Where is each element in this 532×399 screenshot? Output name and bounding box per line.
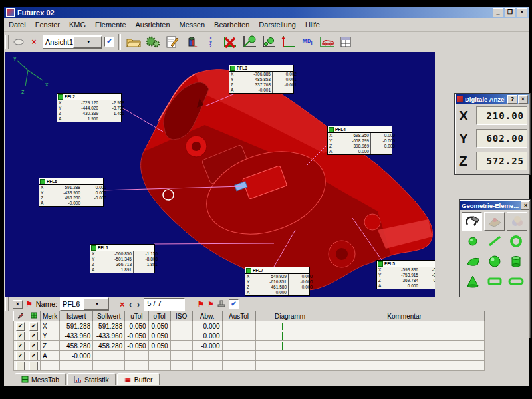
col-iso[interactable]: ISO	[170, 311, 192, 321]
col-merk[interactable]: Merk	[41, 311, 60, 321]
measure-label-pfl1[interactable]: PFL1 X-560.850-1.150 Y-501.345-8.808 Z36…	[90, 244, 155, 273]
3d-viewport[interactable]: y z x	[5, 52, 435, 297]
tab-messtab[interactable]: MessTab	[15, 373, 66, 385]
close-button[interactable]: ×	[517, 8, 527, 17]
menu-item[interactable]: Datei	[4, 19, 31, 30]
tab-statistik[interactable]: Statistik	[67, 373, 116, 385]
col-diagramm[interactable]: Diagramm	[255, 311, 325, 321]
view-checkbox[interactable]: ✔	[104, 37, 114, 47]
minimize-button[interactable]: _	[493, 8, 503, 17]
table-row[interactable]: ✔ ✔ Y -433.960 -433.960 -0.050 0.050 0.0…	[14, 331, 485, 341]
col-sollwert[interactable]: Sollwert	[93, 311, 125, 321]
cell-kommentar	[325, 331, 484, 341]
menu-item[interactable]: Ausrichten	[131, 19, 175, 30]
panel-close-button[interactable]: ×	[13, 300, 23, 309]
maximize-button[interactable]: ❐	[505, 8, 515, 17]
measure-label-pfl7[interactable]: PFL7 X-549.9290.000 Y-616.851-0.000 Z461…	[245, 267, 310, 296]
menu-item[interactable]: Fenster	[31, 19, 65, 30]
circle-icon[interactable]	[508, 235, 524, 251]
apply-checkbox[interactable]: ✔	[229, 299, 239, 309]
col-utol[interactable]: uTol	[125, 311, 148, 321]
element-select[interactable]: PFL6 ▼	[60, 297, 109, 311]
solid-elements-tool-button[interactable]	[507, 212, 527, 231]
row-checkbox[interactable]: ✔	[16, 342, 25, 350]
edit-report-icon[interactable]	[164, 33, 181, 51]
menu-item[interactable]: Hilfe	[301, 19, 325, 30]
row-checkbox[interactable]: ✔	[16, 352, 25, 360]
measure-label-pfl4[interactable]: PFL4 X-698.350-0.000 Y-658.799-0.000 Z39…	[327, 126, 392, 155]
close-icon[interactable]: ×	[518, 95, 528, 104]
previous-element-button[interactable]: ‹	[128, 299, 133, 309]
delete-view-icon[interactable]: ×	[27, 36, 41, 48]
alignment-axis-icon[interactable]	[279, 33, 297, 51]
measurement-table[interactable]: Merk Istwert Sollwert uTol oTol ISO Abw.…	[13, 311, 485, 371]
slot-icon[interactable]	[487, 275, 503, 291]
delete-alignment-icon[interactable]	[221, 33, 239, 51]
col-istwert[interactable]: Istwert	[60, 311, 93, 321]
cone-icon[interactable]	[466, 275, 481, 291]
sphere-icon[interactable]	[487, 255, 503, 271]
menu-item[interactable]: Elemente	[90, 19, 130, 30]
chevron-down-icon[interactable]: ▼	[73, 36, 102, 48]
col-abw[interactable]: Abw.	[192, 311, 222, 321]
machine-settings-icon[interactable]	[144, 33, 162, 51]
flag-icon[interactable]: ⚑	[25, 300, 33, 309]
col-otol[interactable]: oTol	[148, 311, 170, 321]
dro-title-bar[interactable]: Digitale Anzeige ? ×	[456, 94, 529, 104]
row-checkbox[interactable]: ✔	[16, 332, 25, 340]
table-row[interactable]: ✔ ✔ Z 458.280 458.280 -0.050 0.050 -0.00…	[14, 341, 485, 351]
plane-icon[interactable]	[466, 255, 481, 271]
menu-item[interactable]: KMG	[65, 19, 90, 30]
xyz-coordinates-icon[interactable]: xyz	[202, 33, 219, 51]
chevron-down-icon[interactable]: ▼	[84, 298, 108, 310]
row-checkbox[interactable]: ✔	[29, 322, 38, 331]
view-select[interactable]: Ansicht1 ▼	[43, 35, 102, 49]
mdi-mode-icon[interactable]: MDI	[299, 33, 316, 51]
measure-label-pfl2[interactable]: PFL2 X-729.120-2.928 Y-444.020-8.708 Z43…	[57, 93, 122, 122]
col-kommentar[interactable]: Kommentar	[325, 311, 484, 321]
row-checkbox[interactable]	[16, 362, 25, 370]
measure-column-icon[interactable]: +	[183, 33, 200, 51]
oblong-icon[interactable]	[508, 275, 524, 291]
micrometer-tool-button[interactable]	[462, 212, 482, 231]
toolbar-grip[interactable]	[5, 35, 9, 49]
calibration-tool-button[interactable]	[484, 212, 505, 231]
row-checkbox[interactable]: ✔	[16, 322, 25, 331]
measure-label-pfl3[interactable]: PFL3 X-706.8850.002 Y-485.8530.001 Z337.…	[229, 65, 294, 94]
table-row[interactable]: ✔ ✔ X -591.288 -591.288 -0.050 0.050 -0.…	[14, 321, 485, 331]
flag-small-icon[interactable]: ⚑	[207, 300, 214, 309]
cylinder-icon[interactable]	[508, 255, 524, 271]
panel-grip[interactable]	[5, 297, 9, 311]
stamp-icon[interactable]	[217, 299, 226, 309]
tab-buffer[interactable]: Buffer	[117, 373, 160, 385]
col-austol[interactable]: AusTol	[222, 311, 255, 321]
point-icon[interactable]	[466, 235, 481, 251]
digital-readout-window[interactable]: Digitale Anzeige ? × X210.00 Y602.00 Z57…	[454, 93, 531, 175]
measure-label-pfl5[interactable]: PFL5 X-593.836-0.000 Y-753.915-0.000 Z36…	[376, 260, 435, 289]
menu-item[interactable]: Darstellung	[254, 19, 301, 30]
table-row[interactable]: ✔ ✔ A -0.000	[14, 351, 485, 361]
menu-item[interactable]: Messen	[175, 19, 210, 30]
cell-sollwert: 458.280	[93, 341, 125, 351]
row-checkbox[interactable]	[29, 362, 38, 370]
menu-item[interactable]: Bearbeiten	[209, 19, 254, 30]
delete-element-icon[interactable]: ×	[120, 299, 125, 309]
open-folder-icon[interactable]	[125, 33, 142, 51]
row-checkbox[interactable]: ✔	[29, 352, 38, 360]
row-checkbox[interactable]: ✔	[29, 332, 38, 340]
line-icon[interactable]	[487, 235, 503, 251]
row-checkbox[interactable]: ✔	[29, 342, 38, 350]
alignment-plane-icon[interactable]	[241, 33, 258, 51]
flag-icon[interactable]: ⚑	[197, 300, 205, 309]
element-counter[interactable]: 5 / 7	[144, 298, 185, 311]
ellipse-tool-icon[interactable]	[12, 36, 25, 48]
measure-label-pfl6[interactable]: PFL6 X-591.288-0.000 Y-433.9600.000 Z458…	[39, 178, 104, 207]
table-window-icon[interactable]	[337, 33, 354, 51]
table-row-empty[interactable]	[14, 361, 485, 371]
geometry-title-bar[interactable]: Geometrie-Eleme... ×	[460, 201, 529, 210]
vehicle-alignment-icon[interactable]	[318, 33, 335, 51]
alignment-line-icon[interactable]	[260, 33, 277, 51]
help-button[interactable]: ?	[507, 95, 517, 104]
next-element-button[interactable]: ›	[136, 299, 141, 309]
close-icon[interactable]: ×	[521, 201, 529, 210]
